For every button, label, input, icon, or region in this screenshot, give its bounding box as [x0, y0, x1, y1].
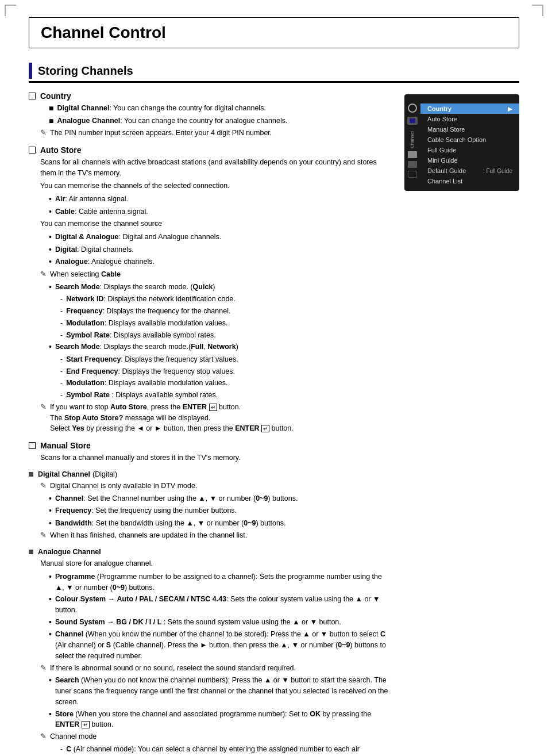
bullet-dot: •	[49, 709, 52, 720]
analogue-channel-section: Analogue Channel Manual store for analog…	[29, 548, 393, 756]
modulation-text: Modulation: Displays available modulatio…	[66, 318, 227, 329]
dash: -	[60, 390, 63, 401]
memorise-source-text: You can memorise the channel source	[40, 218, 393, 229]
auto-store-note: ✎ If you want to stop Auto Store, press …	[40, 402, 393, 434]
note-icon-7: ✎	[40, 732, 47, 740]
auto-store-title: Auto Store	[40, 145, 82, 155]
digital-channel-item: ■ Digital Channel: You can change the co…	[49, 103, 393, 114]
network-id-text: Network ID: Displays the network identif…	[66, 294, 236, 305]
small-square-icon	[29, 472, 33, 477]
sound-system-item: • Sound System → BG / DK / I / L : Sets …	[49, 617, 393, 628]
dash: -	[60, 306, 63, 317]
search-text: Search (When you do not know the channel…	[55, 675, 393, 707]
tv-menu-item: Country▶	[420, 103, 519, 114]
digital-channel-sub: (Digital)	[92, 470, 117, 478]
bandwidth-text: Bandwidth: Set the bandwidth using the ▲…	[55, 518, 286, 529]
channel-vertical-label: Channel	[410, 128, 415, 148]
abnormal-sound-note: ✎ If there is abnormal sound or no sound…	[40, 663, 393, 674]
air-text: Air: Air antenna signal.	[55, 194, 128, 205]
digital-analogue-text: Digital & Analogue: Digital and Analogue…	[55, 232, 221, 243]
freq-set-text: Frequency: Set the frequency using the n…	[55, 505, 237, 516]
country-section: Country ■ Digital Channel: You can chang…	[29, 91, 393, 139]
auto-store-header: Auto Store	[29, 145, 393, 155]
dash: -	[60, 354, 63, 365]
tv-panel-icons: Channel	[404, 99, 420, 186]
tv-panel-inner: Channel Country▶Auto StoreManual StoreCa…	[404, 94, 519, 191]
bullet-dot: •	[49, 244, 52, 256]
frequency-text: Frequency: Displays the frequency for th…	[66, 306, 230, 317]
tv-menu-item: Manual Store	[420, 124, 519, 135]
symbol-rate-item2: - Symbol Rate : Displays available symbo…	[60, 390, 393, 401]
bullet-dot: •	[49, 232, 52, 243]
search-item: • Search (When you do not know the chann…	[49, 675, 393, 707]
channel-set-item: • Channel: Set the Channel number using …	[49, 493, 393, 505]
dash: -	[60, 378, 63, 389]
section-bar	[29, 63, 32, 79]
digital-analogue-item: • Digital & Analogue: Digital and Analog…	[49, 232, 393, 243]
programme-text: Programme (Programme number to be assign…	[55, 571, 393, 593]
end-freq-text: End Frequency: Displays the frequency st…	[66, 366, 235, 377]
bullet-dot: •	[49, 256, 52, 268]
auto-store-desc2: You can memorise the channels of the sel…	[40, 181, 393, 191]
tv-menu-item: Cable Search Option	[420, 135, 519, 145]
checkbox-icon	[29, 93, 36, 99]
digital-only-item: • Digital: Digital channels.	[49, 244, 393, 256]
channels-updated-note: ✎ When it has finished, channels are upd…	[40, 530, 393, 541]
freq-set-item: • Frequency: Set the frequency using the…	[49, 505, 393, 517]
bullet-dot: •	[49, 206, 52, 218]
channel-set-text: Channel: Set the Channel number using th…	[55, 493, 298, 504]
analogue-only-item: • Analogue: Analogue channels.	[49, 256, 393, 268]
tv-menu-item: Default Guide: Full Guide	[420, 166, 519, 176]
main-content: Country ■ Digital Channel: You can chang…	[29, 91, 393, 756]
modulation-item: - Modulation: Displays available modulat…	[60, 318, 393, 329]
bullet-dot: •	[49, 629, 52, 640]
digital-channel-section: Digital Channel (Digital) ✎ Digital Chan…	[29, 470, 393, 541]
bullet-dot: •	[49, 518, 52, 529]
bullet-dot: •	[49, 493, 52, 505]
colour-system-text: Colour System → Auto / PAL / SECAM / NTS…	[55, 594, 393, 616]
bullet-dot: •	[49, 594, 52, 605]
auto-store-section: Auto Store Scans for all channels with a…	[29, 145, 393, 434]
cable-note-text: When selecting Cable	[50, 269, 121, 280]
note-icon-6: ✎	[40, 663, 47, 672]
tv-menu-item: Channel List	[420, 176, 519, 186]
tv-panel-menu: Country▶Auto StoreManual StoreCable Sear…	[420, 99, 519, 186]
channel-mode-text: Channel mode	[50, 731, 97, 742]
tv-icon-4	[408, 171, 417, 178]
bullet-icon: ■	[49, 103, 53, 114]
checkbox-icon-3	[29, 442, 36, 449]
symbol-rate-item: - Symbol Rate: Displays available symbol…	[60, 330, 393, 341]
c-mode-text: C (Air channel mode): You can select a c…	[66, 744, 393, 756]
dash: -	[60, 318, 63, 329]
tv-panel: Channel Country▶Auto StoreManual StoreCa…	[404, 94, 519, 756]
bullet-dot: •	[49, 194, 52, 205]
note-icon: ✎	[40, 128, 47, 137]
note-icon-5: ✎	[40, 531, 47, 539]
search-mode-item1: • Search Mode: Displays the search mode.…	[49, 282, 393, 293]
content-with-panel: Country ■ Digital Channel: You can chang…	[29, 91, 519, 756]
digital-channel-label: Digital Channel	[38, 470, 90, 478]
sound-system-text: Sound System → BG / DK / I / L : Sets th…	[55, 617, 341, 628]
dash: -	[60, 744, 63, 755]
page-title-box: Channel Control	[29, 17, 519, 48]
tv-menu-item: Full Guide	[420, 145, 519, 155]
air-item: • Air: Air antenna signal.	[49, 194, 393, 205]
pin-note-text: The PIN number input screen appears. Ent…	[50, 128, 272, 139]
dash: -	[60, 330, 63, 341]
bullet-dot: •	[49, 282, 52, 293]
auto-store-desc1: Scans for all channels with active broad…	[40, 157, 393, 179]
bullet-dot: •	[49, 675, 52, 686]
note-icon-2: ✎	[40, 270, 47, 278]
search-mode-text2: Search Mode: Displays the search mode.(F…	[55, 341, 238, 352]
channel-select-item: • Channel (When you know the number of t…	[49, 629, 393, 661]
tv-icon-1	[407, 117, 418, 125]
cable-item: • Cable: Cable antenna signal.	[49, 206, 393, 218]
note-icon-4: ✎	[40, 481, 47, 490]
channel-select-text: Channel (When you know the number of the…	[55, 629, 393, 661]
search-mode-item2: • Search Mode: Displays the search mode.…	[49, 341, 393, 353]
network-id-item: - Network ID: Displays the network ident…	[60, 294, 393, 305]
dtv-note-text: Digital Channel is only available in DTV…	[50, 481, 197, 492]
programme-item: • Programme (Programme number to be assi…	[49, 571, 393, 593]
tv-menu-item: Mini Guide	[420, 155, 519, 166]
pin-note: ✎ The PIN number input screen appears. E…	[40, 128, 393, 139]
